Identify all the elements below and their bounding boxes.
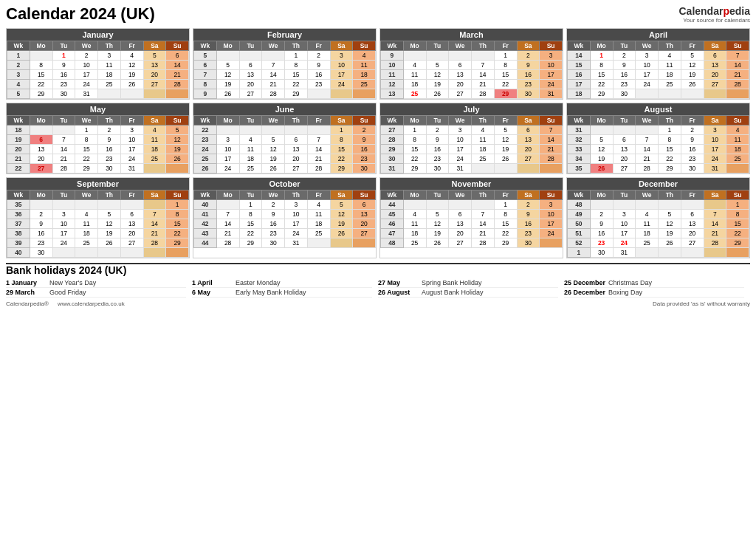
week-number: 28	[381, 135, 404, 145]
week-number: 2	[7, 61, 30, 70]
day-cell-tu: 3	[613, 210, 636, 219]
day-cell-fr	[120, 200, 143, 210]
col-header-sa: Sa	[704, 41, 726, 51]
week-number: 16	[568, 70, 591, 80]
page: Calendar 2024 (UK) Calendarpedia Your so…	[0, 0, 756, 312]
day-cell-we: 12	[262, 145, 285, 154]
day-cell-fr: 4	[120, 51, 143, 61]
day-cell-th: 31	[285, 238, 308, 248]
day-cell-sa: 8	[330, 135, 353, 145]
week-row: 51234	[194, 51, 376, 61]
day-cell-su: 9	[353, 135, 376, 145]
week-number: 43	[194, 229, 217, 238]
month-title: August	[567, 103, 749, 115]
day-cell-mo: 22	[590, 80, 613, 89]
day-cell-su: 27	[353, 229, 376, 238]
day-cell-tu	[426, 200, 449, 210]
day-cell-su: 29	[166, 238, 189, 248]
day-cell-mo: 11	[403, 219, 426, 229]
week-row: 1812345	[7, 126, 189, 135]
week-row: 31293031	[381, 164, 563, 173]
day-cell-we: 10	[449, 135, 472, 145]
day-cell-sa	[330, 238, 353, 248]
week-number: 4	[7, 80, 30, 89]
week-row: 35262728293031	[568, 164, 749, 173]
day-cell-we: 27	[449, 89, 472, 99]
day-cell-we: 21	[636, 154, 659, 164]
day-cell-we	[636, 126, 659, 135]
week-number: 1	[568, 248, 591, 258]
month-table: WkMoTuWeThFrSaSu311234325678910113312131…	[567, 115, 749, 173]
day-cell-fr	[307, 89, 330, 99]
month-table: WkMoTuWeThFrSaSu512346567891011712131415…	[193, 41, 376, 99]
day-cell-we: 24	[636, 80, 659, 89]
day-cell-fr	[681, 89, 704, 99]
day-cell-we	[449, 51, 472, 61]
day-cell-th: 29	[285, 89, 308, 99]
day-cell-fr: 21	[307, 154, 330, 164]
col-header-mo: Mo	[403, 190, 426, 200]
day-cell-we: 28	[262, 89, 285, 99]
col-header-fr: Fr	[120, 190, 143, 200]
col-header-tu: Tu	[613, 190, 636, 200]
col-header-we: We	[75, 116, 98, 126]
day-cell-fr: 10	[120, 135, 143, 145]
day-cell-mo: 4	[403, 61, 426, 70]
day-cell-mo: 9	[30, 219, 52, 229]
day-cell-mo: 4	[403, 210, 426, 219]
col-header-fr: Fr	[494, 116, 517, 126]
day-cell-we	[75, 200, 98, 210]
week-number: 44	[381, 200, 404, 210]
day-cell-sa	[704, 200, 726, 210]
day-cell-su: 22	[726, 229, 749, 238]
week-row: 182930	[568, 89, 749, 99]
day-cell-we: 31	[75, 89, 98, 99]
day-cell-fr: 16	[681, 145, 704, 154]
day-cell-we: 2	[75, 51, 98, 61]
day-cell-mo: 3	[216, 135, 239, 145]
day-cell-we: 11	[75, 219, 98, 229]
day-cell-th	[98, 248, 121, 258]
day-cell-we: 24	[75, 80, 98, 89]
day-cell-fr: 1	[494, 51, 517, 61]
day-cell-tu: 24	[613, 238, 636, 248]
day-cell-sa: 29	[330, 164, 353, 173]
day-cell-tu: 20	[613, 154, 636, 164]
week-row: 4428293031	[194, 238, 376, 248]
day-cell-we: 21	[262, 80, 285, 89]
week-number: 51	[568, 229, 591, 238]
day-cell-su: 10	[540, 210, 563, 219]
day-cell-sa: 7	[704, 210, 726, 219]
day-cell-th: 19	[98, 229, 121, 238]
day-cell-th: 18	[659, 70, 681, 80]
day-cell-th: 26	[659, 238, 681, 248]
week-row: 4030	[7, 248, 189, 258]
day-cell-mo: 8	[590, 61, 613, 70]
day-cell-we: 16	[262, 219, 285, 229]
day-cell-sa: 22	[330, 154, 353, 164]
col-header-wk: Wk	[7, 116, 30, 126]
day-cell-tu: 29	[239, 238, 262, 248]
day-cell-tu: 8	[239, 210, 262, 219]
day-cell-tu: 30	[52, 89, 75, 99]
day-cell-tu: 15	[239, 219, 262, 229]
day-cell-su	[166, 248, 189, 258]
week-number: 46	[381, 219, 404, 229]
day-cell-sa: 15	[330, 145, 353, 154]
week-row: 3419202122232425	[568, 154, 749, 164]
day-cell-th: 8	[285, 61, 308, 70]
col-header-mo: Mo	[403, 116, 426, 126]
col-header-su: Su	[353, 190, 376, 200]
day-cell-fr: 6	[681, 210, 704, 219]
week-row: 351	[7, 200, 189, 210]
week-row: 1111121314151617	[381, 70, 563, 80]
week-row: 40123456	[194, 200, 376, 210]
col-header-su: Su	[166, 41, 189, 51]
day-cell-tu	[613, 200, 636, 210]
day-cell-th	[659, 200, 681, 210]
week-number: 5	[194, 51, 217, 61]
day-cell-tu: 24	[52, 238, 75, 248]
day-cell-sa: 28	[704, 238, 726, 248]
week-number: 3	[7, 70, 30, 80]
day-cell-th: 21	[472, 229, 495, 238]
